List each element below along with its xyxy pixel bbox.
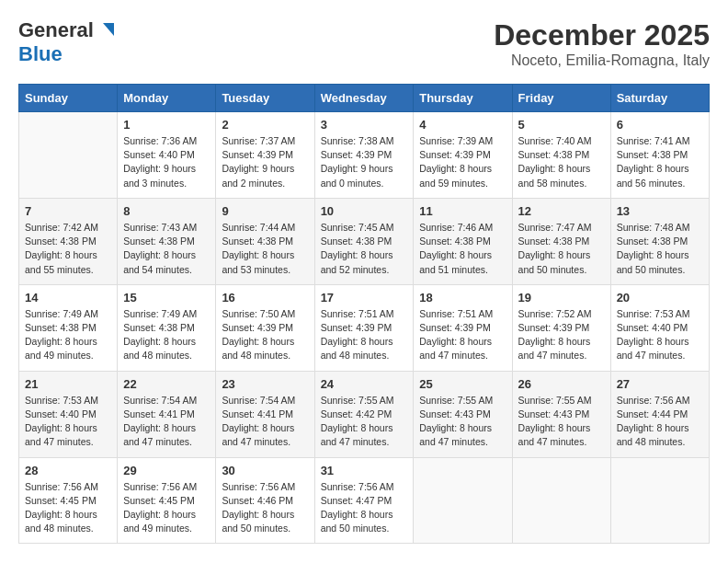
day-number: 7	[25, 204, 111, 218]
day-info: Sunrise: 7:56 AM Sunset: 4:45 PM Dayligh…	[123, 480, 210, 536]
title-block: December 2025 Noceto, Emilia-Romagna, It…	[494, 18, 710, 69]
day-info: Sunrise: 7:41 AM Sunset: 4:38 PM Dayligh…	[617, 134, 703, 190]
day-info: Sunrise: 7:50 AM Sunset: 4:39 PM Dayligh…	[222, 307, 308, 363]
day-info: Sunrise: 7:56 AM Sunset: 4:44 PM Dayligh…	[617, 394, 703, 450]
day-info: Sunrise: 7:53 AM Sunset: 4:40 PM Dayligh…	[617, 307, 703, 363]
calendar-header-row: SundayMondayTuesdayWednesdayThursdayFrid…	[19, 85, 710, 112]
day-cell	[512, 457, 610, 544]
day-number: 31	[321, 464, 408, 477]
day-cell: 7Sunrise: 7:42 AM Sunset: 4:38 PM Daylig…	[19, 198, 118, 284]
day-cell: 6Sunrise: 7:41 AM Sunset: 4:38 PM Daylig…	[610, 112, 709, 199]
day-number: 20	[617, 291, 703, 304]
day-number: 27	[617, 377, 703, 391]
page-header: General Blue December 2025 Noceto, Emili…	[18, 18, 710, 69]
day-cell: 21Sunrise: 7:53 AM Sunset: 4:40 PM Dayli…	[19, 371, 118, 457]
week-row-3: 21Sunrise: 7:53 AM Sunset: 4:40 PM Dayli…	[19, 371, 710, 457]
day-cell: 24Sunrise: 7:55 AM Sunset: 4:42 PM Dayli…	[314, 371, 414, 457]
day-number: 11	[419, 204, 506, 218]
day-cell: 12Sunrise: 7:47 AM Sunset: 4:38 PM Dayli…	[512, 198, 610, 284]
day-cell: 26Sunrise: 7:55 AM Sunset: 4:43 PM Dayli…	[512, 371, 610, 457]
day-number: 12	[518, 204, 605, 218]
day-info: Sunrise: 7:44 AM Sunset: 4:38 PM Dayligh…	[222, 221, 308, 277]
week-row-2: 14Sunrise: 7:49 AM Sunset: 4:38 PM Dayli…	[19, 284, 710, 371]
day-cell: 8Sunrise: 7:43 AM Sunset: 4:38 PM Daylig…	[118, 198, 216, 284]
day-cell: 11Sunrise: 7:46 AM Sunset: 4:38 PM Dayli…	[414, 198, 512, 284]
calendar-table: SundayMondayTuesdayWednesdayThursdayFrid…	[18, 84, 710, 544]
day-info: Sunrise: 7:55 AM Sunset: 4:43 PM Dayligh…	[419, 394, 506, 450]
logo-text-blue: Blue	[18, 42, 63, 65]
day-number: 30	[222, 464, 308, 477]
svg-marker-0	[103, 23, 114, 36]
header-tuesday: Tuesday	[216, 85, 314, 112]
day-cell: 28Sunrise: 7:56 AM Sunset: 4:45 PM Dayli…	[19, 457, 118, 544]
day-number: 10	[321, 204, 408, 218]
logo: General Blue	[18, 18, 116, 66]
day-number: 1	[123, 118, 210, 132]
day-info: Sunrise: 7:45 AM Sunset: 4:38 PM Dayligh…	[321, 221, 408, 277]
day-number: 8	[123, 204, 210, 218]
day-cell	[414, 457, 512, 544]
day-number: 16	[222, 291, 308, 304]
day-cell: 23Sunrise: 7:54 AM Sunset: 4:41 PM Dayli…	[216, 371, 314, 457]
day-info: Sunrise: 7:40 AM Sunset: 4:38 PM Dayligh…	[518, 134, 605, 190]
day-cell: 13Sunrise: 7:48 AM Sunset: 4:38 PM Dayli…	[610, 198, 709, 284]
day-cell: 4Sunrise: 7:39 AM Sunset: 4:39 PM Daylig…	[414, 112, 512, 199]
day-number: 18	[419, 291, 506, 304]
week-row-1: 7Sunrise: 7:42 AM Sunset: 4:38 PM Daylig…	[19, 198, 710, 284]
day-number: 23	[222, 377, 308, 391]
day-cell	[610, 457, 709, 544]
header-saturday: Saturday	[610, 85, 709, 112]
day-cell: 1Sunrise: 7:36 AM Sunset: 4:40 PM Daylig…	[118, 112, 216, 199]
day-info: Sunrise: 7:39 AM Sunset: 4:39 PM Dayligh…	[419, 134, 506, 190]
week-row-4: 28Sunrise: 7:56 AM Sunset: 4:45 PM Dayli…	[19, 457, 710, 544]
day-cell: 20Sunrise: 7:53 AM Sunset: 4:40 PM Dayli…	[610, 284, 709, 371]
day-number: 6	[617, 118, 703, 132]
day-number: 26	[518, 377, 605, 391]
day-number: 3	[321, 118, 408, 132]
day-info: Sunrise: 7:38 AM Sunset: 4:39 PM Dayligh…	[321, 134, 408, 190]
day-info: Sunrise: 7:49 AM Sunset: 4:38 PM Dayligh…	[25, 307, 111, 363]
day-cell: 15Sunrise: 7:49 AM Sunset: 4:38 PM Dayli…	[118, 284, 216, 371]
day-cell: 29Sunrise: 7:56 AM Sunset: 4:45 PM Dayli…	[118, 457, 216, 544]
day-info: Sunrise: 7:54 AM Sunset: 4:41 PM Dayligh…	[123, 394, 210, 450]
day-info: Sunrise: 7:52 AM Sunset: 4:39 PM Dayligh…	[518, 307, 605, 363]
day-number: 21	[25, 377, 111, 391]
day-info: Sunrise: 7:36 AM Sunset: 4:40 PM Dayligh…	[123, 134, 210, 190]
day-info: Sunrise: 7:46 AM Sunset: 4:38 PM Dayligh…	[419, 221, 506, 277]
header-monday: Monday	[118, 85, 216, 112]
day-number: 15	[123, 291, 210, 304]
day-info: Sunrise: 7:49 AM Sunset: 4:38 PM Dayligh…	[123, 307, 210, 363]
day-cell: 19Sunrise: 7:52 AM Sunset: 4:39 PM Dayli…	[512, 284, 610, 371]
day-number: 22	[123, 377, 210, 391]
header-friday: Friday	[512, 85, 610, 112]
day-cell: 22Sunrise: 7:54 AM Sunset: 4:41 PM Dayli…	[118, 371, 216, 457]
day-cell: 5Sunrise: 7:40 AM Sunset: 4:38 PM Daylig…	[512, 112, 610, 199]
day-number: 24	[321, 377, 408, 391]
day-number: 17	[321, 291, 408, 304]
day-info: Sunrise: 7:51 AM Sunset: 4:39 PM Dayligh…	[419, 307, 506, 363]
day-number: 14	[25, 291, 111, 304]
calendar-body: 1Sunrise: 7:36 AM Sunset: 4:40 PM Daylig…	[19, 112, 710, 544]
header-sunday: Sunday	[19, 85, 118, 112]
header-thursday: Thursday	[414, 85, 512, 112]
month-title: December 2025	[494, 18, 710, 52]
day-info: Sunrise: 7:55 AM Sunset: 4:43 PM Dayligh…	[518, 394, 605, 450]
location: Noceto, Emilia-Romagna, Italy	[494, 52, 710, 69]
day-info: Sunrise: 7:56 AM Sunset: 4:47 PM Dayligh…	[321, 480, 408, 536]
day-number: 4	[419, 118, 506, 132]
day-number: 28	[25, 464, 111, 477]
day-info: Sunrise: 7:53 AM Sunset: 4:40 PM Dayligh…	[25, 394, 111, 450]
day-info: Sunrise: 7:37 AM Sunset: 4:39 PM Dayligh…	[222, 134, 308, 190]
day-number: 29	[123, 464, 210, 477]
week-row-0: 1Sunrise: 7:36 AM Sunset: 4:40 PM Daylig…	[19, 112, 710, 199]
day-info: Sunrise: 7:43 AM Sunset: 4:38 PM Dayligh…	[123, 221, 210, 277]
day-info: Sunrise: 7:55 AM Sunset: 4:42 PM Dayligh…	[321, 394, 408, 450]
day-number: 19	[518, 291, 605, 304]
day-info: Sunrise: 7:56 AM Sunset: 4:45 PM Dayligh…	[25, 480, 111, 536]
day-cell: 27Sunrise: 7:56 AM Sunset: 4:44 PM Dayli…	[610, 371, 709, 457]
day-info: Sunrise: 7:54 AM Sunset: 4:41 PM Dayligh…	[222, 394, 308, 450]
day-cell: 10Sunrise: 7:45 AM Sunset: 4:38 PM Dayli…	[314, 198, 414, 284]
day-info: Sunrise: 7:51 AM Sunset: 4:39 PM Dayligh…	[321, 307, 408, 363]
logo-icon	[96, 19, 116, 40]
day-number: 5	[518, 118, 605, 132]
